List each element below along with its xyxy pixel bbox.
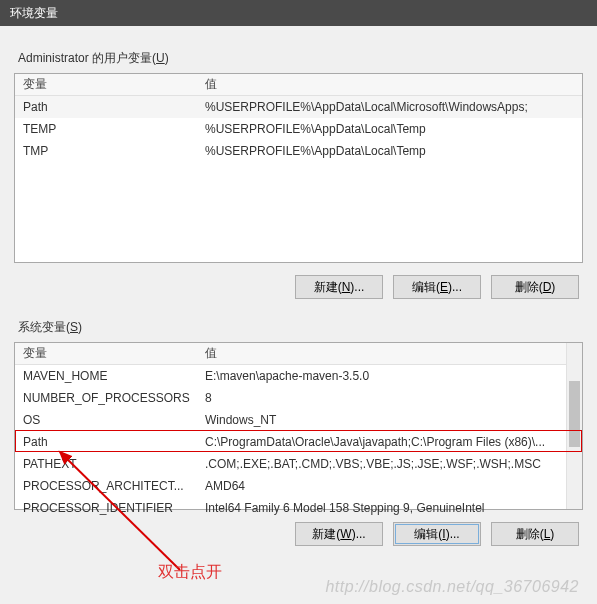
user-vars-list[interactable]: 变量 值 Path%USERPROFILE%\AppData\Local\Mic…	[14, 73, 583, 263]
var-name: NUMBER_OF_PROCESSORS	[23, 391, 205, 405]
col-header-name: 变量	[23, 76, 205, 93]
user-delete-button[interactable]: 删除(D)	[491, 275, 579, 299]
user-new-button[interactable]: 新建(N)...	[295, 275, 383, 299]
window-title: 环境变量	[10, 6, 58, 20]
table-row[interactable]: Path%USERPROFILE%\AppData\Local\Microsof…	[15, 96, 582, 118]
watermark: http://blog.csdn.net/qq_36706942	[325, 578, 579, 596]
annotation-text: 双击点开	[158, 562, 222, 583]
sys-edit-button[interactable]: 编辑(I)...	[393, 522, 481, 546]
col-header-name: 变量	[23, 345, 205, 362]
user-vars-buttons: 新建(N)... 编辑(E)... 删除(D)	[14, 263, 583, 307]
var-value: AMD64	[205, 479, 558, 493]
window-titlebar: 环境变量	[0, 0, 597, 26]
var-name: MAVEN_HOME	[23, 369, 205, 383]
var-name: TMP	[23, 144, 205, 158]
scrollbar[interactable]	[566, 343, 582, 509]
table-row[interactable]: TEMP%USERPROFILE%\AppData\Local\Temp	[15, 118, 582, 140]
var-value: Intel64 Family 6 Model 158 Stepping 9, G…	[205, 501, 558, 515]
table-row[interactable]: PathC:\ProgramData\Oracle\Java\javapath;…	[15, 431, 566, 453]
var-value: %USERPROFILE%\AppData\Local\Temp	[205, 144, 574, 158]
var-value: %USERPROFILE%\AppData\Local\Microsoft\Wi…	[205, 100, 574, 114]
table-row[interactable]: OSWindows_NT	[15, 409, 566, 431]
system-vars-list[interactable]: 变量 值 MAVEN_HOMEE:\maven\apache-maven-3.5…	[14, 342, 583, 510]
user-edit-button[interactable]: 编辑(E)...	[393, 275, 481, 299]
user-vars-header: 变量 值	[15, 74, 582, 96]
var-name: PATHEXT	[23, 457, 205, 471]
var-value: %USERPROFILE%\AppData\Local\Temp	[205, 122, 574, 136]
col-header-value: 值	[205, 76, 574, 93]
table-row[interactable]: PROCESSOR_IDENTIFIERIntel64 Family 6 Mod…	[15, 497, 566, 519]
table-row[interactable]: PATHEXT.COM;.EXE;.BAT;.CMD;.VBS;.VBE;.JS…	[15, 453, 566, 475]
var-value: .COM;.EXE;.BAT;.CMD;.VBS;.VBE;.JS;.JSE;.…	[205, 457, 558, 471]
table-row[interactable]: NUMBER_OF_PROCESSORS8	[15, 387, 566, 409]
var-value: 8	[205, 391, 558, 405]
table-row[interactable]: PROCESSOR_ARCHITECT...AMD64	[15, 475, 566, 497]
sys-vars-header: 变量 值	[15, 343, 582, 365]
system-vars-label: 系统变量(S)	[18, 319, 583, 336]
user-vars-label: Administrator 的用户变量(U)	[18, 50, 583, 67]
var-name: PROCESSOR_IDENTIFIER	[23, 501, 205, 515]
table-row[interactable]: MAVEN_HOMEE:\maven\apache-maven-3.5.0	[15, 365, 566, 387]
var-value: E:\maven\apache-maven-3.5.0	[205, 369, 558, 383]
var-value: Windows_NT	[205, 413, 558, 427]
sys-new-button[interactable]: 新建(W)...	[295, 522, 383, 546]
var-name: OS	[23, 413, 205, 427]
sys-delete-button[interactable]: 删除(L)	[491, 522, 579, 546]
var-name: TEMP	[23, 122, 205, 136]
var-name: PROCESSOR_ARCHITECT...	[23, 479, 205, 493]
table-row[interactable]: TMP%USERPROFILE%\AppData\Local\Temp	[15, 140, 582, 162]
col-header-value: 值	[205, 345, 574, 362]
var-name: Path	[23, 100, 205, 114]
var-value: C:\ProgramData\Oracle\Java\javapath;C:\P…	[205, 435, 558, 449]
var-name: Path	[23, 435, 205, 449]
scrollbar-thumb[interactable]	[569, 381, 580, 447]
